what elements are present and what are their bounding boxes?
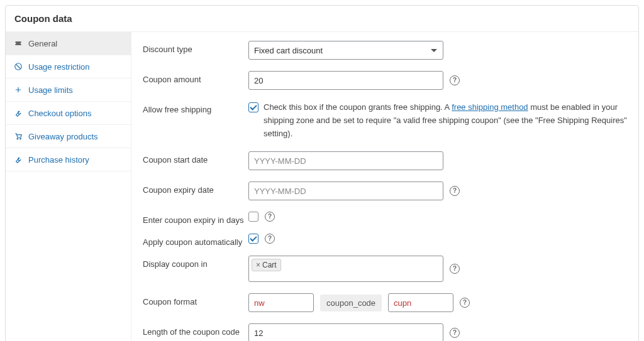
row-apply-auto: Apply coupon automatically [143, 234, 627, 247]
sidebar-item-checkout-options[interactable]: Checkout options [6, 102, 131, 125]
row-free-shipping: Allow free shipping Check this box if th… [143, 101, 627, 140]
help-icon[interactable] [450, 328, 460, 338]
display-in-tag-input[interactable]: ×Cart [248, 256, 443, 282]
row-coupon-amount: Coupon amount [143, 71, 627, 90]
row-display-in: Display coupon in ×Cart [143, 256, 627, 282]
free-shipping-method-link[interactable]: free shipping method [452, 102, 528, 112]
sidebar: General Usage restriction Usage limits C… [6, 32, 131, 341]
label-expiry-date: Coupon expiry date [143, 181, 248, 195]
sidebar-item-purchase-history[interactable]: Purchase history [6, 148, 131, 171]
label-coupon-amount: Coupon amount [143, 71, 248, 84]
block-icon [13, 62, 23, 72]
label-display-in: Display coupon in [143, 256, 248, 269]
help-icon[interactable] [450, 264, 460, 274]
expiry-date-input[interactable] [248, 181, 443, 200]
expiry-days-checkbox[interactable] [248, 212, 258, 222]
row-start-date: Coupon start date [143, 151, 627, 170]
label-apply-auto: Apply coupon automatically [143, 234, 248, 247]
label-coupon-format: Coupon format [143, 293, 248, 306]
row-expiry-date: Coupon expiry date [143, 181, 627, 200]
remove-tag-icon[interactable]: × [256, 261, 260, 269]
sidebar-item-general[interactable]: General [6, 32, 131, 55]
sidebar-item-label: Checkout options [28, 109, 91, 118]
discount-type-select[interactable]: Fixed cart discount [248, 41, 443, 60]
form-area: Discount type Fixed cart discount Coupon… [131, 32, 638, 341]
help-icon[interactable] [450, 75, 460, 85]
help-icon[interactable] [460, 298, 470, 308]
panel-title: Coupon data [6, 6, 638, 32]
sidebar-item-label: Purchase history [28, 155, 89, 165]
sidebar-item-label: Usage limits [28, 85, 73, 95]
sidebar-item-usage-restriction[interactable]: Usage restriction [6, 55, 131, 78]
code-length-input[interactable] [248, 323, 443, 341]
label-start-date: Coupon start date [143, 151, 248, 165]
row-discount-type: Discount type Fixed cart discount [143, 41, 627, 60]
free-shipping-description: Check this box if the coupon grants free… [264, 101, 627, 140]
cart-icon [13, 131, 23, 141]
label-free-shipping: Allow free shipping [143, 101, 248, 114]
wrench-icon [13, 154, 23, 165]
svg-point-5 [20, 138, 21, 139]
sidebar-item-label: Usage restriction [28, 62, 90, 72]
sidebar-item-label: Giveaway products [28, 132, 98, 141]
svg-point-4 [17, 138, 18, 139]
format-prefix-input[interactable] [248, 293, 314, 312]
row-code-length: Length of the coupon code [143, 323, 627, 341]
sidebar-item-label: General [28, 39, 57, 48]
label-code-length: Length of the coupon code [143, 323, 248, 337]
help-icon[interactable] [450, 186, 460, 196]
coupon-amount-input[interactable] [248, 71, 443, 90]
help-icon[interactable] [265, 234, 275, 244]
format-suffix-input[interactable] [388, 293, 453, 312]
help-icon[interactable] [265, 212, 275, 222]
label-discount-type: Discount type [143, 41, 248, 54]
sidebar-item-usage-limits[interactable]: Usage limits [6, 78, 131, 102]
wrench-icon [13, 108, 23, 118]
panel-body: General Usage restriction Usage limits C… [6, 32, 638, 341]
free-shipping-checkbox[interactable] [248, 102, 258, 112]
sidebar-item-giveaway-products[interactable]: Giveaway products [6, 125, 131, 148]
apply-auto-checkbox[interactable] [248, 234, 258, 244]
svg-line-1 [16, 65, 21, 69]
start-date-input[interactable] [248, 151, 443, 170]
format-code-token: coupon_code [320, 295, 382, 311]
label-expiry-days: Enter coupon expiry in days [143, 212, 248, 225]
plus-icon [13, 85, 23, 95]
ticket-icon [13, 38, 23, 48]
coupon-data-panel: Coupon data General Usage restriction Us… [5, 5, 639, 341]
tag-cart: ×Cart [252, 259, 281, 271]
row-expiry-days: Enter coupon expiry in days [143, 212, 627, 225]
row-coupon-format: Coupon format coupon_code [143, 293, 627, 312]
